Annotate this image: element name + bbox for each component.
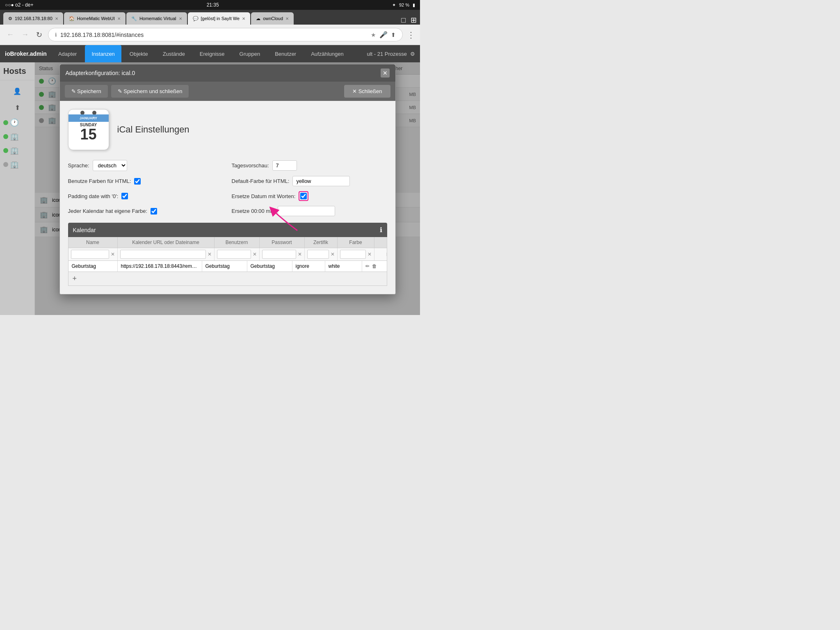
ki-passwort-input[interactable]	[262, 250, 296, 259]
settings-title: iCal Einstellungen	[117, 124, 189, 135]
tab-3-label: Homematic Virtual	[139, 16, 176, 21]
ki-benutzer-delete[interactable]: ✕	[253, 251, 257, 257]
tab-4-close[interactable]: ✕	[242, 16, 245, 21]
kalender-section: Kalendar ℹ Name Kalender URL oder Datein…	[68, 223, 387, 286]
kd-edit-button[interactable]: ✏	[365, 263, 370, 269]
sidebar-hosts-label: Hosts	[0, 62, 34, 80]
url-input-container[interactable]: ℹ 192.168.178.18:8081/#instances ★ 🎤 ⬆	[48, 28, 403, 41]
toolbar-close-button[interactable]: ✕ Schließen	[344, 85, 390, 98]
ersetze-datum-checkbox[interactable]	[300, 193, 307, 199]
tab-1[interactable]: ⚙ 192.168.178.18:80 ✕	[3, 12, 63, 25]
sidebar-icons: 👤 ⬆ 🕐 🏢 🏢 🏢	[0, 80, 34, 174]
ki-farbe-delete[interactable]: ✕	[368, 251, 372, 257]
ersetze-datum-highlight	[299, 191, 308, 201]
content-area: Hosts 👤 ⬆ 🕐 🏢 🏢 🏢	[0, 62, 420, 315]
sidebar-instance-4: 🏢	[0, 158, 34, 171]
dialog-app-header: JANUARY SUNDAY 15 iCal Einstellungen	[68, 109, 387, 150]
app-title: ioBroker.admin	[5, 50, 47, 57]
ki-url-delete[interactable]: ✕	[208, 251, 212, 257]
ki-zertifikat-input[interactable]	[307, 250, 329, 259]
kalender-data-row-0: Geburtstag https://192.168.178.18:8443/r…	[68, 261, 387, 272]
ki-farbe-input[interactable]	[340, 250, 366, 259]
benutze-farben-checkbox[interactable]	[134, 178, 141, 185]
calendar-icon: JANUARY SUNDAY 15	[68, 109, 109, 150]
share-icon[interactable]: ⬆	[391, 32, 396, 38]
more-options-icon[interactable]: ⋮	[407, 30, 415, 40]
kd-delete-button[interactable]: 🗑	[372, 263, 377, 269]
nav-tab-benutzer[interactable]: Benutzer	[268, 45, 303, 62]
ki-benutzer-input[interactable]	[217, 250, 251, 259]
kalender-title: Kalendar	[73, 227, 96, 233]
tab-1-close[interactable]: ✕	[55, 16, 58, 21]
ersetze-datum-label: Ersetze Datum mit Worten:	[232, 193, 296, 199]
dialog-title: Adapterkonfiguration: ical.0	[66, 70, 135, 76]
url-bar: ← → ↻ ℹ 192.168.178.18:8081/#instances ★…	[0, 25, 420, 45]
save-close-button[interactable]: ✎ Speichern und schließen	[111, 85, 189, 98]
ersetze-0000-input[interactable]	[278, 206, 335, 216]
tab-bar: ⚙ 192.168.178.18:80 ✕ 🏠 HomeMatic WebUI …	[0, 10, 420, 25]
sidebar-icon-user[interactable]: 👤	[10, 84, 25, 98]
sidebar-icon-upload[interactable]: ⬆	[10, 100, 25, 115]
tab-5[interactable]: ☁ ownCloud ✕	[251, 12, 294, 25]
tab-5-close[interactable]: ✕	[285, 16, 289, 21]
tab-2-label: HomeMatic WebUI	[77, 16, 115, 21]
cal-month: JANUARY	[68, 114, 109, 122]
status-right: ✦ 92 % ▮	[392, 2, 415, 8]
back-button[interactable]: ←	[5, 29, 16, 41]
battery-label: 92 %	[399, 2, 409, 7]
kd-name: Geburtstag	[68, 261, 118, 272]
tab-4[interactable]: 💬 [gelöst] in SayIt We ✕	[188, 12, 251, 25]
time-label: 21:35	[207, 2, 219, 8]
kalender-toggle-button[interactable]: ℹ	[380, 226, 382, 234]
ki-zertifikat-delete[interactable]: ✕	[331, 251, 335, 257]
save-button[interactable]: ✎ Speichern	[65, 85, 108, 98]
nav-tab-instanzen[interactable]: Instanzen	[85, 45, 121, 62]
ki-name-input[interactable]	[71, 250, 109, 259]
settings-icon[interactable]: ⚙	[410, 51, 415, 57]
status-bar: ○○● o2 - de+ 21:35 ✦ 92 % ▮	[0, 0, 420, 10]
kd-zertifikat: ignore	[292, 261, 325, 272]
padding-row: Padding date with '0':	[68, 191, 224, 201]
nav-tab-ereignisse[interactable]: Ereignisse	[193, 45, 231, 62]
settings-form: Sprache: deutsch Tagesvorschau: B	[68, 160, 387, 216]
ki-passwort-delete[interactable]: ✕	[298, 251, 302, 257]
ki-name-delete[interactable]: ✕	[111, 251, 115, 257]
ki-url-cell: ✕	[118, 248, 215, 260]
col-zertifikat-header: Zertifik	[305, 237, 338, 248]
tab-2-favicon: 🏠	[69, 16, 75, 21]
tab-3[interactable]: 🔧 Homematic Virtual ✕	[126, 12, 187, 25]
sidebar-building-icon: 🏢	[10, 132, 19, 141]
sprache-select[interactable]: deutsch	[93, 160, 127, 171]
tab-4-favicon: 💬	[193, 16, 199, 21]
reload-button[interactable]: ↻	[34, 29, 44, 41]
tab-2-close[interactable]: ✕	[117, 16, 121, 21]
jeder-kalender-label: Jeder Kalendar hat eigene Farbe:	[68, 208, 148, 214]
grid-button[interactable]: ⊞	[411, 16, 417, 25]
dialog-close-button[interactable]: ✕	[381, 68, 390, 78]
microphone-icon[interactable]: 🎤	[379, 31, 388, 39]
status-dot-green-1	[3, 120, 8, 125]
cal-rings	[68, 111, 109, 114]
add-kalender-row[interactable]: +	[68, 272, 387, 286]
ki-name-cell: ✕	[68, 248, 118, 260]
ki-url-input[interactable]	[120, 250, 206, 259]
cal-day-number: 15	[80, 127, 96, 142]
ki-actions-cell	[374, 253, 387, 256]
tagesvorschau-input[interactable]	[272, 160, 297, 171]
new-tab-button[interactable]: □	[401, 16, 406, 25]
padding-label: Padding date with '0':	[68, 193, 119, 199]
nav-tab-gruppen[interactable]: Gruppen	[233, 45, 267, 62]
nav-tab-objekte[interactable]: Objekte	[123, 45, 155, 62]
jeder-kalender-checkbox[interactable]	[151, 208, 157, 215]
forward-button[interactable]: →	[20, 29, 30, 41]
nav-tab-aufzaehlungen[interactable]: Aufzählungen	[304, 45, 350, 62]
bookmark-icon[interactable]: ★	[371, 32, 376, 38]
default-farbe-input[interactable]	[292, 176, 350, 186]
tab-3-close[interactable]: ✕	[179, 16, 182, 21]
nav-tab-zustaende[interactable]: Zustände	[156, 45, 192, 62]
tab-2[interactable]: 🏠 HomeMatic WebUI ✕	[64, 12, 126, 25]
adapter-config-dialog: Adapterkonfiguration: ical.0 ✕ ✎ Speiche…	[59, 64, 396, 294]
padding-checkbox[interactable]	[121, 193, 128, 199]
nav-tab-adapter[interactable]: Adapter	[52, 45, 84, 62]
sidebar-building-icon-2: 🏢	[10, 146, 19, 155]
